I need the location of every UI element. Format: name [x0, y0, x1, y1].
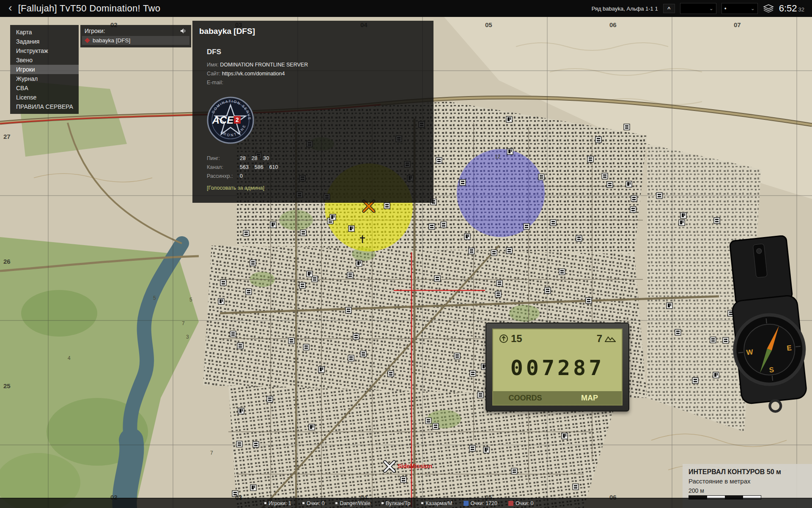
desync-value: 0	[240, 173, 243, 179]
supply-crate-icon	[246, 289, 252, 295]
menu-item-zveno[interactable]: Звено	[10, 55, 79, 65]
status-label: Вулкан/Тр	[386, 500, 410, 506]
grid-label: 27	[3, 133, 11, 140]
supply-crate-icon	[433, 423, 439, 429]
status-label: Игроки: 1	[269, 500, 291, 506]
supply-crate-icon	[477, 392, 483, 398]
status-icon	[264, 502, 266, 504]
chevron-down-icon: ⌄	[751, 6, 755, 11]
menu-item-license[interactable]: License	[10, 93, 79, 102]
supply-crate-icon	[425, 418, 431, 424]
server-email-label: E-mail:	[207, 80, 223, 86]
compass-letter-e: E	[787, 344, 792, 352]
supply-crate-icon	[630, 207, 636, 213]
menu-item-zhurnal[interactable]: Журнал	[10, 74, 79, 83]
menu-item-zadaniya[interactable]: Задания	[10, 37, 79, 46]
channel-values: 563 586 610	[240, 164, 278, 170]
menu-item-karta[interactable]: Карта	[10, 28, 79, 37]
player-row[interactable]: babayka [DFS]	[82, 36, 189, 45]
elevation-label: 3	[186, 334, 189, 340]
status-icon	[421, 502, 423, 504]
menu-item-instruktazh[interactable]: Инструктаж	[10, 46, 79, 55]
server-site-link[interactable]: https://vk.com/domination4	[222, 71, 285, 77]
supply-crate-icon	[434, 276, 440, 282]
map[interactable]: SideMission 55734712 0203040506070203040…	[0, 17, 812, 508]
channel-label: Канал:	[207, 163, 240, 172]
map-menu: Карта Задания Инструктаж Звено Игроки Жу…	[10, 25, 79, 114]
blue-zone	[457, 149, 545, 237]
layers-icon[interactable]	[763, 4, 774, 13]
grid-label: 07	[734, 21, 741, 28]
field-patch	[21, 290, 97, 337]
fuel-station-icon	[218, 298, 224, 304]
player-popup-title: babayka [DFS]	[192, 21, 433, 36]
supply-crate-icon	[545, 287, 551, 293]
menu-item-igroki[interactable]: Игроки	[10, 65, 79, 74]
elevation-label: 5	[189, 297, 192, 303]
supply-crate-icon	[388, 371, 394, 377]
status-label: Очки: 0	[307, 500, 325, 506]
supply-crate-icon	[506, 248, 512, 254]
vote-admin-link[interactable]: [Голосовать за админа]	[207, 185, 264, 191]
fuel-station-icon	[330, 214, 336, 220]
menu-item-pravila[interactable]: ПРАВИЛА СЕРВЕРА	[10, 102, 79, 111]
menu-item-cba[interactable]: CBA	[10, 83, 79, 93]
compass-item[interactable]: W E S	[718, 235, 812, 413]
gps-coordinates: 007287	[493, 345, 622, 391]
ping-values: 28 28 30	[240, 155, 269, 161]
mission-title: [Fallujah] TvT50 Domination! Two	[18, 3, 161, 14]
compass-letter-s: S	[769, 366, 774, 374]
channel-dropdown[interactable]: ⌄	[680, 3, 716, 14]
voice-dropdown[interactable]: • ⌄	[721, 3, 758, 14]
legend-contour-interval: ИНТЕРВАЛ КОНТУРОВ 50 м	[689, 468, 806, 476]
voice-dropdown-value: •	[724, 5, 727, 12]
player-name: babayka [DFS]	[93, 37, 130, 44]
elevation-label: 5	[153, 295, 156, 301]
clock-time: 6:52	[779, 3, 797, 14]
logo-badge: 2	[236, 116, 239, 123]
supply-crate-icon	[250, 260, 256, 266]
gps-device[interactable]: 15 7 007287 COORDS MAP	[486, 323, 629, 411]
status-icon	[335, 502, 337, 504]
supply-crate-icon	[675, 329, 681, 335]
elevation-label: 7	[182, 320, 185, 326]
supply-crate-icon	[595, 137, 601, 143]
gps-tab-coords[interactable]: COORDS	[493, 394, 557, 403]
supply-crate-icon	[288, 338, 294, 344]
supply-crate-icon	[429, 224, 435, 229]
supply-crate-icon	[524, 224, 529, 229]
speaker-icon[interactable]	[180, 28, 187, 34]
players-header: Игроки:	[85, 28, 105, 34]
gps-altitude-value: 7	[597, 333, 602, 345]
supply-crate-icon	[607, 182, 613, 188]
ping-label: Пинг:	[207, 154, 240, 163]
fuel-station-icon	[356, 260, 362, 266]
supply-crate-icon	[559, 269, 565, 275]
status-item: Очки: 0	[302, 500, 325, 506]
supply-crate-icon	[573, 484, 579, 490]
supply-crate-icon	[299, 282, 305, 288]
fuel-station-icon	[679, 220, 685, 226]
fuel-station-icon	[238, 408, 244, 414]
fuel-station-icon	[464, 234, 470, 240]
fuel-station-icon	[680, 213, 686, 218]
desync-label: Рассинхр.:	[207, 172, 240, 181]
gps-tab-map[interactable]: MAP	[557, 394, 622, 403]
server-logo: DOMINATION SERVER FRONTLINE ACE 2	[204, 94, 257, 146]
back-icon[interactable]: ‹	[8, 1, 12, 14]
server-site-label: Сайт:	[207, 71, 220, 77]
elevation-label: 7	[210, 450, 213, 456]
status-item: Казарма/М	[421, 500, 452, 506]
supply-crate-icon	[348, 355, 354, 361]
grid-label: 06	[609, 21, 617, 28]
legend-distance-units: Расстояние в метрах	[689, 478, 806, 485]
chevron-up-icon[interactable]: ^	[663, 4, 675, 13]
supply-crate-icon	[495, 291, 501, 297]
supply-crate-icon	[469, 248, 475, 254]
gps-screen: 15 7 007287 COORDS MAP	[492, 329, 623, 406]
supply-crate-icon	[230, 331, 236, 337]
player-side-icon	[85, 38, 90, 43]
gps-waypoint-icon	[499, 334, 508, 343]
status-label: Очки: 0	[516, 500, 534, 506]
supply-crate-icon	[384, 203, 390, 209]
